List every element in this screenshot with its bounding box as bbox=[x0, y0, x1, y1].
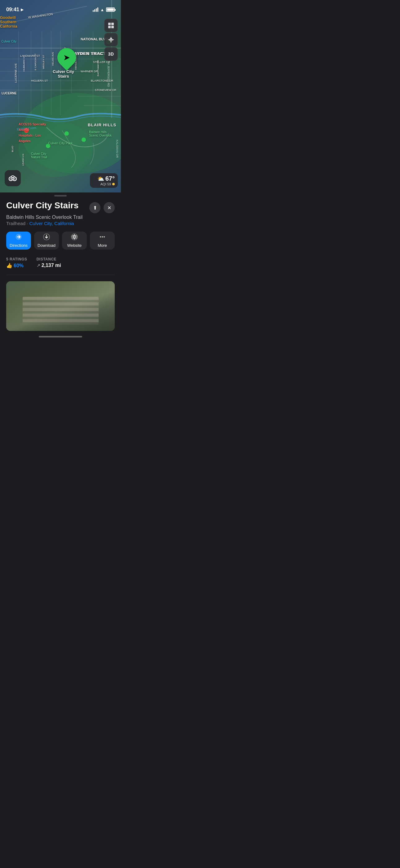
svg-point-21 bbox=[65, 131, 69, 136]
close-icon: ✕ bbox=[107, 205, 111, 211]
share-icon: ⬆ bbox=[93, 205, 97, 211]
map-pin[interactable]: ➤ Culver CityStairs bbox=[57, 48, 76, 67]
map-controls: 3D bbox=[104, 19, 118, 61]
svg-text:KALSMAN DR: KALSMAN DR bbox=[116, 140, 119, 158]
title-row: Culver City Stairs ⬆ ✕ bbox=[6, 201, 115, 213]
directions-button[interactable]: Directions bbox=[6, 231, 31, 250]
svg-point-31 bbox=[111, 39, 112, 40]
download-icon bbox=[43, 234, 50, 242]
download-button[interactable]: Download bbox=[34, 231, 59, 250]
website-icon bbox=[71, 234, 78, 242]
home-indicator bbox=[39, 336, 82, 337]
battery-icon bbox=[106, 7, 115, 12]
svg-point-44 bbox=[102, 236, 103, 238]
status-icons: ▲ bbox=[93, 7, 115, 12]
svg-point-20 bbox=[46, 144, 50, 148]
distance-label: DISTANCE bbox=[37, 257, 61, 261]
aqi-indicator bbox=[112, 183, 115, 185]
thumbs-up-icon: 👍 bbox=[6, 262, 12, 269]
ratings-stat: 5 RATINGS 👍 60% bbox=[6, 257, 27, 269]
status-bar: 09:41 ▶ ▲ bbox=[0, 0, 121, 16]
svg-point-35 bbox=[10, 178, 12, 180]
svg-rect-28 bbox=[108, 26, 111, 28]
place-category: Trailhead bbox=[6, 221, 26, 226]
map-label-access: ACCESS SpecialtyAnimalHospitals - LosAng… bbox=[19, 121, 46, 144]
place-meta: Trailhead · Culver City, California bbox=[6, 221, 115, 226]
distance-value: ↗ 2,137 mi bbox=[37, 262, 61, 268]
location-button[interactable] bbox=[104, 33, 118, 46]
svg-rect-29 bbox=[111, 26, 114, 28]
share-button[interactable]: ⬆ bbox=[89, 202, 100, 213]
place-title: Culver City Stairs bbox=[6, 201, 78, 211]
weather-icon: ⛅ bbox=[97, 176, 104, 182]
map-streets-overlay: Ballona Creek W JEFFERSON RD KALSMAN DR bbox=[0, 0, 121, 192]
look-around-button[interactable] bbox=[5, 170, 21, 186]
svg-point-43 bbox=[100, 236, 101, 238]
place-photo[interactable] bbox=[6, 281, 115, 331]
svg-rect-34 bbox=[12, 178, 14, 180]
close-button[interactable]: ✕ bbox=[104, 202, 115, 213]
action-buttons-row: Directions Download bbox=[6, 231, 115, 250]
place-detail-panel: Culver City Stairs ⬆ ✕ Baldwin Hills Sce… bbox=[0, 192, 121, 344]
svg-rect-27 bbox=[111, 23, 114, 25]
weather-temperature: 67° bbox=[105, 175, 115, 182]
pin-directional-icon: ➤ bbox=[63, 53, 70, 62]
website-button[interactable]: Website bbox=[62, 231, 87, 250]
signal-icon bbox=[93, 7, 98, 12]
distance-icon: ↗ bbox=[37, 263, 40, 268]
distance-stat: DISTANCE ↗ 2,137 mi bbox=[37, 257, 61, 269]
more-button[interactable]: More bbox=[90, 231, 115, 250]
website-label: Website bbox=[67, 243, 82, 248]
svg-rect-26 bbox=[108, 23, 111, 25]
drag-handle[interactable] bbox=[54, 195, 67, 196]
directions-label: Directions bbox=[10, 243, 28, 248]
directions-icon bbox=[15, 234, 22, 242]
wifi-icon: ▲ bbox=[100, 7, 104, 12]
ratings-label: 5 RATINGS bbox=[6, 257, 27, 261]
pin-label: Culver CityStairs bbox=[53, 69, 74, 79]
download-label: Download bbox=[37, 243, 56, 248]
ratings-value: 👍 60% bbox=[6, 262, 27, 269]
photo-overlay bbox=[6, 281, 115, 331]
weather-widget[interactable]: ⛅ 67° AQI 59 bbox=[90, 173, 118, 188]
map-view-toggle-button[interactable] bbox=[104, 19, 118, 32]
title-block: Culver City Stairs bbox=[6, 201, 78, 211]
more-label: More bbox=[98, 243, 107, 248]
title-actions: ⬆ ✕ bbox=[89, 202, 115, 213]
svg-point-36 bbox=[14, 178, 15, 180]
stats-row: 5 RATINGS 👍 60% DISTANCE ↗ 2,137 mi bbox=[6, 257, 115, 275]
pin-circle: ➤ bbox=[54, 44, 80, 71]
more-icon bbox=[99, 234, 106, 242]
status-time: 09:41 bbox=[6, 6, 19, 13]
svg-text:W JEFFERSON RD: W JEFFERSON RD bbox=[107, 62, 110, 87]
3d-toggle-button[interactable]: 3D bbox=[104, 47, 118, 61]
weather-aqi: AQI 59 bbox=[93, 182, 115, 186]
map-view[interactable]: Ballona Creek W JEFFERSON RD KALSMAN DR … bbox=[0, 0, 121, 192]
place-location-link[interactable]: Culver City, California bbox=[29, 221, 74, 226]
svg-point-19 bbox=[81, 137, 86, 142]
svg-point-45 bbox=[104, 236, 105, 238]
location-arrow-icon: ▶ bbox=[21, 7, 24, 12]
place-subtitle: Baldwin Hills Scenic Overlook Trail bbox=[6, 215, 115, 220]
